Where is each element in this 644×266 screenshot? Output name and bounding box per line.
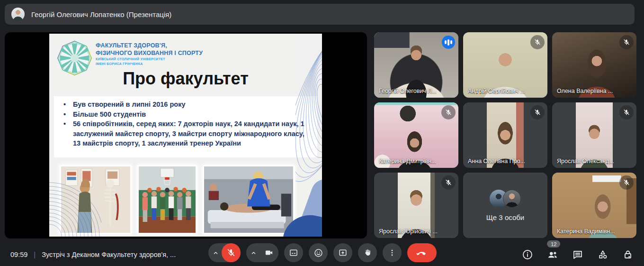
camera-options-chevron-icon[interactable]: [247, 243, 259, 262]
mic-muted-icon: [441, 175, 456, 190]
participant-tile[interactable]: Ярослав Олександ...: [552, 102, 636, 168]
mic-control-group: [208, 243, 241, 262]
participant-name: Анна Олегівна Про...: [468, 158, 525, 165]
host-controls-button[interactable]: [621, 248, 635, 261]
basketball-gym-photo: [137, 165, 197, 234]
bullet-item: Більше 500 студентів: [61, 110, 311, 119]
chat-button[interactable]: [571, 248, 584, 261]
audio-activity-indicator: [442, 36, 455, 49]
mic-muted-icon: [441, 105, 456, 119]
participant-count-badge: 12: [547, 240, 560, 248]
mic-muted-icon: [530, 105, 545, 119]
presentation-slide: ФАКУЛЬТЕТ ЗДОРОВ'Я, ФІЗИЧНОГО ВИХОВАННЯ …: [49, 34, 322, 237]
participant-name: Ярослав Юрійович ...: [379, 228, 438, 235]
end-call-button[interactable]: [407, 243, 437, 262]
mic-muted-icon: [530, 35, 545, 49]
participant-name: Андрій Сергійович ...: [468, 88, 525, 94]
participant-tile[interactable]: Андрій Сергійович ...: [463, 32, 547, 98]
meeting-details-button[interactable]: [521, 248, 534, 261]
org-name-line2: ФІЗИЧНОГО ВИХОВАННЯ І СПОРТУ: [96, 49, 203, 57]
camera-control-group: [246, 243, 278, 262]
reactions-button[interactable]: [309, 243, 328, 262]
presenter-avatar: [11, 8, 25, 21]
camera-button[interactable]: [259, 243, 278, 262]
bullet-item: Був створений в липні 2016 року: [61, 100, 311, 110]
participant-tile[interactable]: Катерина Вадимівн...: [552, 173, 636, 238]
call-controls: [208, 243, 437, 262]
overflow-participants: Ще 3 особи: [463, 173, 547, 238]
mic-muted-icon: [619, 175, 634, 190]
anatomy-skeleton-photo: [60, 165, 132, 234]
participant-tile[interactable]: Ще 3 особи: [463, 173, 547, 238]
participant-tile[interactable]: Олена Валеріївна ...: [552, 32, 636, 98]
overflow-avatars: [490, 190, 521, 208]
participant-name: Катерина Дмитрівн...: [379, 158, 436, 165]
university-line2: ІМЕНІ БОРИСА ГРІНЧЕНКА: [96, 62, 203, 66]
clock: 09:59: [10, 251, 27, 258]
participant-tile[interactable]: Анна Олегівна Про...: [463, 102, 547, 168]
participants-grid: Георгій Олегович Л... Андрій Сергійо: [374, 32, 636, 238]
present-button[interactable]: [333, 243, 352, 262]
mic-options-chevron-icon[interactable]: [209, 243, 222, 262]
presenter-banner: Георгій Олегович Лопатенко (Презентація): [5, 4, 635, 25]
bottom-bar: 09:59 | Зустріч з Деканом Факультету здо…: [0, 239, 644, 266]
people-button[interactable]: 12: [546, 248, 559, 261]
mic-muted-icon: [619, 35, 634, 49]
meet-app-window: Георгій Олегович Лопатенко (Презентація): [0, 0, 644, 266]
presenter-name-label: Георгій Олегович Лопатенко (Презентація): [31, 10, 171, 18]
slide-bullet-list: Був створений в липні 2016 року Більше 5…: [54, 96, 317, 157]
participant-name: Олена Валеріївна ...: [557, 88, 613, 94]
raise-hand-button[interactable]: [358, 243, 377, 262]
participant-tile[interactable]: Георгій Олегович Л...: [374, 32, 458, 98]
activities-button[interactable]: [596, 248, 609, 261]
participant-name: Ярослав Олександ...: [557, 158, 614, 165]
massage-therapy-photo: [203, 165, 295, 234]
side-panel-controls: 12: [521, 248, 635, 261]
slide-title: Про факультет: [49, 69, 322, 89]
captions-button[interactable]: [284, 243, 303, 262]
org-name-line1: ФАКУЛЬТЕТ ЗДОРОВ'Я,: [96, 42, 203, 49]
avatar: [503, 190, 521, 208]
mic-mute-button[interactable]: [222, 243, 241, 262]
slide-header-text: ФАКУЛЬТЕТ ЗДОРОВ'Я, ФІЗИЧНОГО ВИХОВАННЯ …: [96, 42, 203, 66]
overflow-count-label: Ще 3 особи: [486, 213, 524, 221]
meeting-info: 09:59 | Зустріч з Деканом Факультету здо…: [10, 250, 176, 258]
participant-tile[interactable]: Катерина Дмитрівн...: [374, 102, 458, 168]
mic-muted-icon: [619, 105, 634, 119]
bullet-item: 56 співробітників, серед яких: 7 докторі…: [61, 119, 311, 148]
divider: |: [34, 250, 36, 258]
university-line1: КИЇВСЬКИЙ СТОЛИЧНИЙ УНІВЕРСИТЕТ: [96, 57, 203, 62]
presentation-tile[interactable]: ФАКУЛЬТЕТ ЗДОРОВ'Я, ФІЗИЧНОГО ВИХОВАННЯ …: [5, 32, 367, 238]
participant-name: Катерина Вадимівн...: [557, 228, 615, 235]
meeting-title: Зустріч з Деканом Факультету здоров'я, .…: [42, 251, 176, 258]
participant-tile[interactable]: Ярослав Юрійович ...: [374, 173, 458, 238]
more-options-button[interactable]: [383, 243, 402, 262]
participant-name: Георгій Олегович Л...: [379, 88, 437, 94]
